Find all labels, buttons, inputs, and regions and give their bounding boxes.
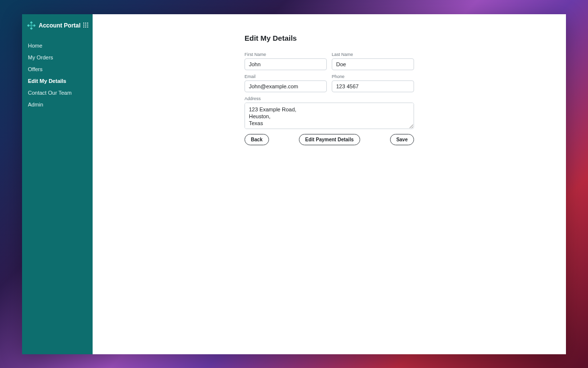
- page-title: Edit My Details: [245, 34, 414, 42]
- phone-field[interactable]: [332, 80, 414, 92]
- first-name-field[interactable]: [245, 58, 327, 70]
- form-group-last-name: Last Name: [332, 52, 414, 70]
- sidebar-item-offers[interactable]: Offers: [22, 63, 93, 75]
- svg-rect-3: [30, 27, 33, 30]
- form-group-email: Email: [245, 74, 327, 92]
- sidebar-item-edit-my-details[interactable]: Edit My Details: [22, 75, 93, 87]
- edit-payment-details-button[interactable]: Edit Payment Details: [299, 134, 360, 145]
- app-window: Account Portal Home My Orders Offers Edi…: [22, 14, 566, 354]
- svg-rect-0: [30, 21, 33, 24]
- address-label: Address: [245, 96, 414, 101]
- button-row: Back Edit Payment Details Save: [245, 134, 414, 145]
- svg-rect-2: [33, 24, 36, 27]
- sidebar: Account Portal Home My Orders Offers Edi…: [22, 14, 93, 354]
- svg-rect-1: [27, 24, 30, 27]
- last-name-label: Last Name: [332, 52, 414, 57]
- form-group-address: Address: [245, 96, 414, 129]
- sidebar-nav: Home My Orders Offers Edit My Details Co…: [22, 37, 93, 110]
- sidebar-item-my-orders[interactable]: My Orders: [22, 52, 93, 63]
- sidebar-item-admin[interactable]: Admin: [22, 99, 93, 110]
- last-name-field[interactable]: [332, 58, 414, 70]
- main-content: Edit My Details First Name Last Name Ema…: [93, 14, 566, 354]
- sidebar-item-contact-our-team[interactable]: Contact Our Team: [22, 87, 93, 99]
- form-row-address: Address: [245, 96, 414, 129]
- sidebar-title: Account Portal: [39, 22, 80, 29]
- sidebar-item-home[interactable]: Home: [22, 40, 93, 52]
- svg-rect-4: [29, 24, 33, 27]
- email-label: Email: [245, 74, 327, 79]
- address-field[interactable]: [245, 103, 414, 129]
- form-row-name: First Name Last Name: [245, 52, 414, 70]
- edit-details-form: Edit My Details First Name Last Name Ema…: [245, 34, 414, 335]
- email-field[interactable]: [245, 80, 327, 92]
- form-group-first-name: First Name: [245, 52, 327, 70]
- save-button[interactable]: Save: [390, 134, 414, 145]
- phone-label: Phone: [332, 74, 414, 79]
- sidebar-header: Account Portal: [22, 14, 93, 37]
- apps-grid-icon[interactable]: [83, 23, 89, 28]
- first-name-label: First Name: [245, 52, 327, 57]
- form-row-contact: Email Phone: [245, 74, 414, 92]
- logo-icon: [27, 21, 36, 30]
- back-button[interactable]: Back: [245, 134, 269, 145]
- form-group-phone: Phone: [332, 74, 414, 92]
